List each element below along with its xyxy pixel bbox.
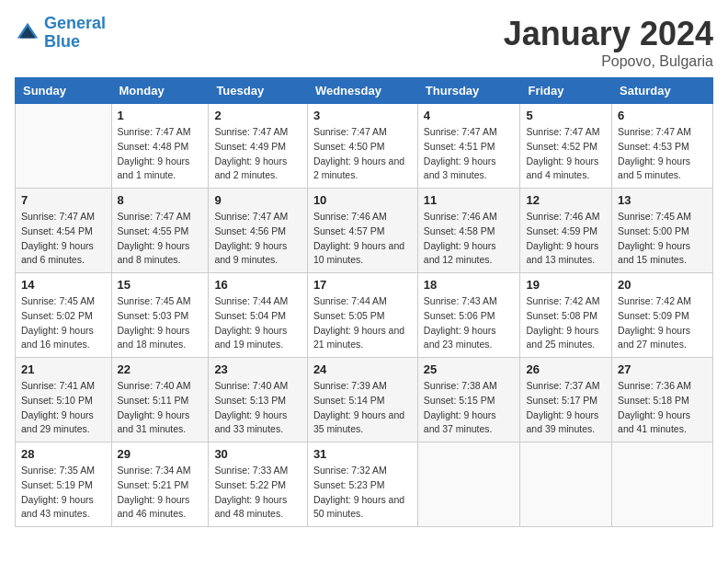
day-number: 17 [313, 278, 412, 292]
table-row: 14Sunrise: 7:45 AMSunset: 5:02 PMDayligh… [16, 273, 112, 358]
day-number: 9 [214, 193, 301, 207]
table-row: 15Sunrise: 7:45 AMSunset: 5:03 PMDayligh… [111, 273, 209, 358]
day-number: 27 [618, 362, 707, 376]
col-tuesday: Tuesday [209, 78, 307, 104]
table-row: 27Sunrise: 7:36 AMSunset: 5:18 PMDayligh… [612, 358, 713, 442]
day-info: Sunrise: 7:42 AMSunset: 5:09 PMDaylight:… [618, 294, 707, 352]
table-row: 22Sunrise: 7:40 AMSunset: 5:11 PMDayligh… [111, 358, 209, 442]
col-friday: Friday [520, 78, 612, 104]
day-number: 5 [526, 109, 606, 122]
calendar-title: January 2024 [504, 15, 713, 53]
table-row: 9Sunrise: 7:47 AMSunset: 4:56 PMDaylight… [209, 189, 307, 273]
table-row: 11Sunrise: 7:46 AMSunset: 4:58 PMDayligh… [417, 189, 520, 273]
table-row: 18Sunrise: 7:43 AMSunset: 5:06 PMDayligh… [417, 273, 520, 358]
logo-line2: Blue [44, 32, 80, 51]
day-number: 31 [313, 447, 412, 461]
calendar-week-row: 21Sunrise: 7:41 AMSunset: 5:10 PMDayligh… [16, 358, 713, 442]
day-number: 18 [424, 278, 515, 292]
table-row: 8Sunrise: 7:47 AMSunset: 4:55 PMDaylight… [111, 189, 209, 273]
day-info: Sunrise: 7:47 AMSunset: 4:54 PMDaylight:… [21, 210, 106, 268]
table-row [16, 104, 112, 189]
day-number: 3 [313, 109, 412, 122]
table-row: 28Sunrise: 7:35 AMSunset: 5:19 PMDayligh… [16, 442, 112, 527]
day-info: Sunrise: 7:39 AMSunset: 5:14 PMDaylight:… [313, 379, 412, 437]
table-row: 24Sunrise: 7:39 AMSunset: 5:14 PMDayligh… [307, 358, 417, 442]
day-info: Sunrise: 7:46 AMSunset: 4:59 PMDaylight:… [526, 210, 606, 268]
day-info: Sunrise: 7:47 AMSunset: 4:48 PMDaylight:… [118, 125, 203, 183]
day-number: 12 [526, 193, 606, 207]
day-number: 13 [618, 193, 707, 207]
page-header: General Blue January 2024 Popovo, Bulgar… [15, 15, 713, 70]
calendar-header-row: Sunday Monday Tuesday Wednesday Thursday… [16, 78, 713, 104]
col-saturday: Saturday [612, 78, 713, 104]
calendar-subtitle: Popovo, Bulgaria [504, 53, 713, 70]
logo: General Blue [15, 15, 106, 52]
day-number: 30 [214, 447, 301, 461]
day-info: Sunrise: 7:45 AMSunset: 5:02 PMDaylight:… [21, 294, 106, 352]
day-number: 28 [21, 447, 106, 461]
day-number: 16 [214, 278, 301, 292]
day-info: Sunrise: 7:47 AMSunset: 4:56 PMDaylight:… [214, 210, 301, 268]
table-row: 3Sunrise: 7:47 AMSunset: 4:50 PMDaylight… [307, 104, 417, 189]
day-info: Sunrise: 7:43 AMSunset: 5:06 PMDaylight:… [424, 294, 515, 352]
table-row: 30Sunrise: 7:33 AMSunset: 5:22 PMDayligh… [209, 442, 307, 527]
table-row: 1Sunrise: 7:47 AMSunset: 4:48 PMDaylight… [111, 104, 209, 189]
table-row [417, 442, 520, 527]
day-info: Sunrise: 7:47 AMSunset: 4:53 PMDaylight:… [618, 125, 707, 183]
table-row: 13Sunrise: 7:45 AMSunset: 5:00 PMDayligh… [612, 189, 713, 273]
day-number: 4 [424, 109, 515, 122]
day-number: 1 [118, 109, 203, 122]
day-number: 26 [526, 362, 606, 376]
title-block: January 2024 Popovo, Bulgaria [504, 15, 713, 70]
calendar-week-row: 1Sunrise: 7:47 AMSunset: 4:48 PMDaylight… [16, 104, 713, 189]
day-number: 25 [424, 362, 515, 376]
table-row: 10Sunrise: 7:46 AMSunset: 4:57 PMDayligh… [307, 189, 417, 273]
day-info: Sunrise: 7:33 AMSunset: 5:22 PMDaylight:… [214, 464, 301, 522]
day-info: Sunrise: 7:47 AMSunset: 4:50 PMDaylight:… [313, 125, 412, 183]
day-info: Sunrise: 7:42 AMSunset: 5:08 PMDaylight:… [526, 294, 606, 352]
table-row: 7Sunrise: 7:47 AMSunset: 4:54 PMDaylight… [16, 189, 112, 273]
col-wednesday: Wednesday [307, 78, 417, 104]
table-row: 21Sunrise: 7:41 AMSunset: 5:10 PMDayligh… [16, 358, 112, 442]
day-info: Sunrise: 7:36 AMSunset: 5:18 PMDaylight:… [618, 379, 707, 437]
table-row [612, 442, 713, 527]
day-number: 8 [118, 193, 203, 207]
calendar-week-row: 7Sunrise: 7:47 AMSunset: 4:54 PMDaylight… [16, 189, 713, 273]
table-row: 2Sunrise: 7:47 AMSunset: 4:49 PMDaylight… [209, 104, 307, 189]
day-number: 2 [214, 109, 301, 122]
day-number: 11 [424, 193, 515, 207]
table-row: 4Sunrise: 7:47 AMSunset: 4:51 PMDaylight… [417, 104, 520, 189]
day-number: 21 [21, 362, 106, 376]
logo-text: General Blue [44, 15, 106, 52]
day-info: Sunrise: 7:40 AMSunset: 5:11 PMDaylight:… [118, 379, 203, 437]
day-info: Sunrise: 7:32 AMSunset: 5:23 PMDaylight:… [313, 464, 412, 522]
logo-icon [15, 20, 40, 46]
day-info: Sunrise: 7:47 AMSunset: 4:51 PMDaylight:… [424, 125, 515, 183]
day-info: Sunrise: 7:47 AMSunset: 4:55 PMDaylight:… [118, 210, 203, 268]
table-row: 26Sunrise: 7:37 AMSunset: 5:17 PMDayligh… [520, 358, 612, 442]
day-info: Sunrise: 7:46 AMSunset: 4:58 PMDaylight:… [424, 210, 515, 268]
day-number: 24 [313, 362, 412, 376]
table-row: 20Sunrise: 7:42 AMSunset: 5:09 PMDayligh… [612, 273, 713, 358]
day-number: 22 [118, 362, 203, 376]
table-row: 29Sunrise: 7:34 AMSunset: 5:21 PMDayligh… [111, 442, 209, 527]
day-info: Sunrise: 7:45 AMSunset: 5:00 PMDaylight:… [618, 210, 707, 268]
day-info: Sunrise: 7:38 AMSunset: 5:15 PMDaylight:… [424, 379, 515, 437]
table-row: 25Sunrise: 7:38 AMSunset: 5:15 PMDayligh… [417, 358, 520, 442]
day-info: Sunrise: 7:37 AMSunset: 5:17 PMDaylight:… [526, 379, 606, 437]
day-info: Sunrise: 7:40 AMSunset: 5:13 PMDaylight:… [214, 379, 301, 437]
day-number: 19 [526, 278, 606, 292]
day-info: Sunrise: 7:35 AMSunset: 5:19 PMDaylight:… [21, 464, 106, 522]
day-number: 6 [618, 109, 707, 122]
day-number: 29 [118, 447, 203, 461]
day-number: 10 [313, 193, 412, 207]
col-monday: Monday [111, 78, 209, 104]
table-row: 12Sunrise: 7:46 AMSunset: 4:59 PMDayligh… [520, 189, 612, 273]
day-number: 15 [118, 278, 203, 292]
day-info: Sunrise: 7:47 AMSunset: 4:52 PMDaylight:… [526, 125, 606, 183]
day-number: 20 [618, 278, 707, 292]
calendar-table: Sunday Monday Tuesday Wednesday Thursday… [15, 77, 713, 527]
calendar-week-row: 28Sunrise: 7:35 AMSunset: 5:19 PMDayligh… [16, 442, 713, 527]
day-info: Sunrise: 7:44 AMSunset: 5:05 PMDaylight:… [313, 294, 412, 352]
day-info: Sunrise: 7:44 AMSunset: 5:04 PMDaylight:… [214, 294, 301, 352]
